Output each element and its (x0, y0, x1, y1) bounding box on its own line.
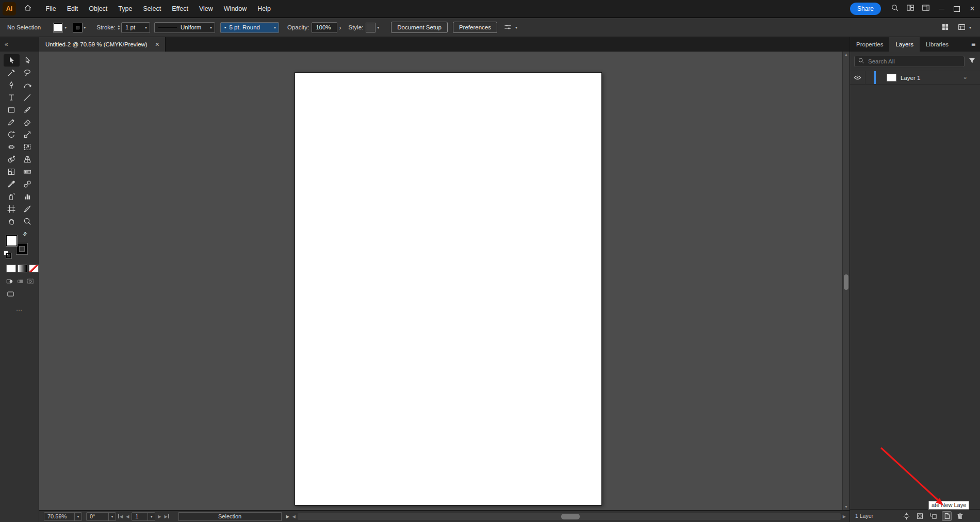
zoom-tool[interactable] (20, 215, 36, 227)
grid-view-icon[interactable] (940, 23, 951, 32)
make-clip-mask-icon[interactable] (916, 512, 924, 520)
layer-lock-toggle[interactable] (865, 71, 873, 84)
artboard-tool[interactable] (4, 203, 20, 215)
default-fill-stroke-icon[interactable] (4, 251, 11, 258)
document-setup-button[interactable]: Document Setup (391, 22, 448, 33)
fill-swatch[interactable] (53, 23, 63, 32)
line-segment-tool[interactable] (20, 91, 36, 104)
tab-layers[interactable]: Layers (889, 37, 920, 52)
first-artboard-button[interactable]: ◀ (118, 514, 123, 519)
artboard-select[interactable]: 1 ▾ (132, 512, 155, 521)
maximize-button[interactable] (949, 0, 965, 18)
blend-tool[interactable] (20, 178, 36, 190)
color-button[interactable] (6, 265, 16, 272)
chevron-down-icon[interactable]: ▾ (272, 25, 277, 30)
menu-select[interactable]: Select (138, 0, 167, 18)
chevron-down-icon[interactable]: ▾ (148, 513, 155, 520)
scroll-right-icon[interactable]: ▶ (843, 514, 846, 519)
layer-thumbnail[interactable] (887, 74, 896, 81)
rectangle-tool[interactable] (4, 104, 20, 116)
zoom-select[interactable]: 70.59% ▾ (44, 512, 82, 521)
stroke-weight-stepper[interactable]: ▴▾ (118, 24, 120, 30)
settings-sliders-icon[interactable] (502, 23, 514, 32)
draw-inside-icon[interactable] (27, 278, 36, 285)
magic-wand-tool[interactable] (4, 67, 20, 79)
rotate-tool[interactable] (4, 128, 20, 141)
menu-file[interactable]: File (40, 0, 61, 18)
document-tab[interactable]: Untitled-2 @ 70.59 % (CMYK/Preview) × (39, 37, 166, 52)
scroll-down-icon[interactable]: ▼ (843, 504, 850, 510)
preferences-button[interactable]: Preferences (453, 22, 497, 33)
layers-search-box[interactable] (854, 56, 965, 67)
free-transform-tool[interactable] (20, 141, 36, 153)
delete-icon[interactable] (956, 512, 965, 520)
shape-builder-tool[interactable] (4, 153, 20, 166)
tab-libraries[interactable]: Libraries (920, 37, 955, 52)
layer-name[interactable]: Layer 1 (901, 75, 963, 81)
vertical-scroll-thumb[interactable] (844, 274, 848, 290)
horizontal-scrollbar[interactable]: ◀ ▶ (292, 513, 847, 520)
menu-object[interactable]: Object (84, 0, 113, 18)
chevron-down-icon[interactable]: ▾ (108, 513, 116, 520)
opacity-panel-chevron-icon[interactable]: › (339, 24, 341, 31)
menu-edit[interactable]: Edit (61, 0, 84, 18)
minimize-button[interactable] (934, 0, 949, 18)
horizontal-scroll-track[interactable] (298, 513, 841, 520)
pencil-tool[interactable] (4, 116, 20, 128)
prev-artboard-button[interactable]: ◀ (126, 514, 129, 519)
create-new-layer-icon[interactable] (942, 512, 951, 520)
brush-definition-select[interactable]: • 5 pt. Round ▾ (220, 22, 279, 33)
chevron-down-icon[interactable]: ▾ (514, 25, 519, 30)
width-profile-select[interactable]: Uniform ▾ (154, 22, 215, 33)
menu-window[interactable]: Window (218, 0, 252, 18)
fill-color-swatch[interactable] (6, 235, 18, 247)
draw-normal-icon[interactable] (6, 278, 15, 285)
share-button[interactable]: Share (850, 3, 881, 15)
width-tool[interactable] (4, 141, 20, 153)
locate-object-icon[interactable] (902, 512, 911, 520)
artboard[interactable] (295, 72, 602, 505)
layers-search-input[interactable] (867, 58, 961, 65)
layer-target-icon[interactable]: ○ (963, 75, 967, 80)
next-artboard-button[interactable]: ▶ (158, 514, 161, 519)
panel-menu-icon[interactable]: ≡ (967, 37, 980, 52)
filter-icon[interactable] (968, 57, 976, 67)
graphic-style-select[interactable]: ▾ (366, 23, 381, 32)
opacity-input[interactable]: 100% (312, 22, 337, 33)
stroke-color-swatch[interactable] (17, 243, 27, 254)
curvature-tool[interactable] (20, 79, 36, 91)
menu-type[interactable]: Type (113, 0, 138, 18)
direct-selection-tool[interactable] (20, 54, 36, 67)
mesh-tool[interactable] (4, 166, 20, 178)
menu-effect[interactable]: Effect (167, 0, 194, 18)
none-button[interactable] (29, 265, 39, 272)
type-tool[interactable] (4, 91, 20, 104)
layer-visibility-toggle[interactable] (850, 71, 865, 84)
search-icon[interactable] (887, 4, 903, 14)
scroll-up-icon[interactable]: ▲ (843, 52, 850, 58)
eraser-tool[interactable] (20, 116, 36, 128)
chevron-down-icon[interactable]: ▾ (208, 25, 214, 30)
stroke-color-control[interactable]: ▾ (73, 23, 87, 32)
chevron-down-icon[interactable]: ▾ (143, 25, 149, 30)
chevron-down-icon[interactable]: ▾ (968, 25, 973, 30)
menu-view[interactable]: View (193, 0, 218, 18)
fill-color-control[interactable]: ▾ (53, 23, 68, 32)
screen-mode-button[interactable] (6, 290, 15, 298)
scroll-left-icon[interactable]: ◀ (292, 514, 296, 519)
layer-row[interactable]: Layer 1 ○ (850, 71, 980, 85)
edit-toolbar-button[interactable]: ... (0, 305, 39, 312)
gradient-button[interactable] (18, 265, 27, 272)
perspective-grid-tool[interactable] (20, 153, 36, 166)
eyedropper-tool[interactable] (4, 178, 20, 190)
lasso-tool[interactable] (20, 67, 36, 79)
stroke-weight-select[interactable]: 1 pt ▾ (121, 22, 150, 33)
horizontal-scroll-thumb[interactable] (561, 514, 580, 519)
chevron-down-icon[interactable]: ▾ (82, 25, 87, 30)
rotation-select[interactable]: 0° ▾ (86, 512, 116, 521)
workspace-switcher-icon[interactable] (918, 4, 934, 14)
chevron-down-icon[interactable]: ▾ (63, 25, 68, 30)
vertical-scrollbar[interactable]: ▲ ▼ (842, 52, 850, 510)
chevron-down-icon[interactable]: ▾ (74, 513, 81, 520)
stroke-swatch[interactable] (73, 23, 82, 32)
